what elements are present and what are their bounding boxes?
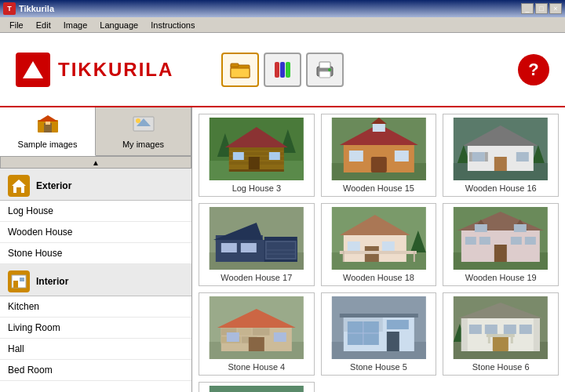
living-room-label: Living Room xyxy=(8,322,60,333)
tab-my-label: My images xyxy=(122,140,164,149)
svg-rect-75 xyxy=(381,241,394,251)
svg-rect-3 xyxy=(231,64,239,67)
svg-rect-109 xyxy=(339,314,417,318)
tab-sample-images[interactable]: Sample images xyxy=(0,107,96,156)
stone-house-label: Stone House xyxy=(8,248,62,259)
svg-rect-97 xyxy=(238,328,252,336)
svg-rect-84 xyxy=(465,237,476,245)
svg-rect-126 xyxy=(493,336,508,351)
image-card-6[interactable]: Wooden House 19 xyxy=(443,203,559,286)
image-card-4[interactable]: Wooden House 17 xyxy=(199,203,315,286)
svg-rect-122 xyxy=(469,325,482,334)
image-preview-2 xyxy=(325,118,433,180)
menu-file[interactable]: File xyxy=(3,19,30,31)
image-card-2[interactable]: Wooden House 15 xyxy=(321,114,437,197)
svg-rect-128 xyxy=(488,334,490,343)
my-images-icon xyxy=(132,114,155,136)
image-card-3[interactable]: Wooden House 16 xyxy=(443,114,559,197)
title-bar-left: T Tikkurila xyxy=(3,2,54,15)
image-label-3: Wooden House 16 xyxy=(465,183,537,193)
svg-rect-90 xyxy=(475,224,487,232)
image-card-5[interactable]: Wooden House 18 xyxy=(321,203,437,286)
print-button[interactable] xyxy=(306,53,344,87)
image-preview-8 xyxy=(325,296,433,359)
svg-rect-120 xyxy=(534,318,540,351)
tab-sample-label: Sample images xyxy=(18,140,78,149)
svg-rect-23 xyxy=(20,278,24,281)
svg-marker-18 xyxy=(12,180,26,186)
svg-rect-88 xyxy=(494,245,507,262)
sidebar: Sample images My images ▲ xyxy=(0,107,192,392)
image-label-2: Wooden House 15 xyxy=(343,183,414,193)
close-button[interactable]: × xyxy=(549,3,562,14)
image-preview-9 xyxy=(447,296,555,359)
help-button[interactable]: ? xyxy=(518,54,549,85)
svg-rect-9 xyxy=(319,71,330,78)
svg-rect-46 xyxy=(372,124,385,132)
category-bed-room[interactable]: Bed Room xyxy=(0,360,191,381)
svg-rect-113 xyxy=(386,332,399,351)
svg-rect-4 xyxy=(275,62,279,78)
log-house-label: Log House xyxy=(8,205,53,216)
image-label-4: Wooden House 17 xyxy=(221,273,292,282)
menu-language[interactable]: Language xyxy=(93,19,144,31)
kitchen-label: Kitchen xyxy=(8,301,39,312)
menu-edit[interactable]: Edit xyxy=(30,19,57,31)
maximize-button[interactable]: □ xyxy=(535,3,548,14)
colors-button[interactable] xyxy=(264,53,301,87)
image-preview-1 xyxy=(202,118,311,180)
svg-rect-22 xyxy=(13,281,18,288)
image-card-10[interactable] xyxy=(199,382,315,392)
sidebar-scroll[interactable]: Exterior Log House Wooden House Stone Ho… xyxy=(0,169,191,392)
svg-rect-34 xyxy=(249,157,260,171)
image-label-6: Wooden House 19 xyxy=(465,273,537,282)
tab-my-images[interactable]: My images xyxy=(96,107,191,155)
bed-room-label: Bed Room xyxy=(8,365,53,376)
image-card-7[interactable]: Stone House 4 xyxy=(199,292,315,376)
scroll-up-button[interactable]: ▲ xyxy=(0,156,191,169)
svg-marker-12 xyxy=(38,115,58,122)
app-icon: T xyxy=(3,2,16,15)
title-bar: T Tikkurila _ □ × xyxy=(0,0,565,17)
interior-icon xyxy=(8,270,30,292)
image-label-5: Wooden House 18 xyxy=(343,273,414,282)
image-preview-4 xyxy=(202,207,311,270)
svg-rect-57 xyxy=(485,152,488,162)
menu-bar: File Edit Image Language Instructions xyxy=(0,17,565,33)
svg-rect-124 xyxy=(504,325,516,334)
category-log-house[interactable]: Log House xyxy=(0,201,191,222)
svg-rect-123 xyxy=(485,325,498,334)
category-stone-house[interactable]: Stone House xyxy=(0,243,191,264)
category-living-room[interactable]: Living Room xyxy=(0,318,191,339)
menu-image[interactable]: Image xyxy=(57,19,94,31)
image-preview-7 xyxy=(202,296,311,359)
minimize-button[interactable]: _ xyxy=(521,3,534,14)
svg-rect-64 xyxy=(221,243,237,252)
wooden-house-label: Wooden House xyxy=(8,227,73,238)
open-button[interactable] xyxy=(221,53,259,87)
hall-label: Hall xyxy=(8,343,24,354)
category-wooden-house[interactable]: Wooden House xyxy=(0,222,191,243)
image-preview-3 xyxy=(447,118,555,180)
category-exterior[interactable]: Exterior xyxy=(0,169,191,201)
image-card-9[interactable]: Stone House 6 xyxy=(443,292,559,376)
image-card-8[interactable]: Stone House 5 xyxy=(321,292,437,376)
image-label-9: Stone House 6 xyxy=(472,362,530,372)
image-area[interactable]: Log House 3 xyxy=(192,107,565,392)
svg-rect-5 xyxy=(280,62,285,78)
window-controls[interactable]: _ □ × xyxy=(521,3,562,14)
app-header: TIKKURILA ? xyxy=(0,33,565,107)
svg-marker-0 xyxy=(23,61,43,78)
image-grid: Log House 3 xyxy=(199,114,559,392)
image-card-1[interactable]: Log House 3 xyxy=(199,114,315,197)
svg-point-10 xyxy=(328,68,331,71)
menu-instructions[interactable]: Instructions xyxy=(144,19,201,31)
svg-rect-114 xyxy=(386,320,408,329)
category-kitchen[interactable]: Kitchen xyxy=(0,296,191,318)
category-hall[interactable]: Hall xyxy=(0,339,191,360)
toolbar-buttons xyxy=(221,53,344,87)
svg-rect-130 xyxy=(210,386,304,392)
svg-rect-119 xyxy=(461,318,468,351)
svg-rect-56 xyxy=(469,152,472,162)
category-interior[interactable]: Interior xyxy=(0,264,191,296)
